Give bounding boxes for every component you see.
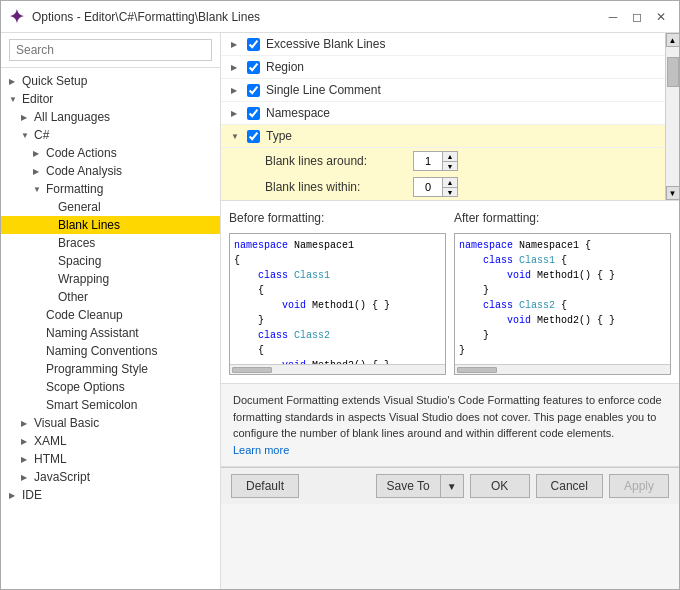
tree-item-naming-conventions[interactable]: Naming Conventions: [1, 342, 220, 360]
sub-option-label: Blank lines within:: [265, 180, 405, 194]
tree-label: C#: [34, 128, 49, 142]
spinner-within[interactable]: ▲ ▼: [413, 177, 458, 197]
before-pane-wrapper: Before formatting: namespace Namespace1 …: [229, 209, 446, 375]
code-line: {: [234, 253, 441, 268]
tree-item-blank-lines[interactable]: Blank Lines: [1, 216, 220, 234]
option-type: ▼ Type: [221, 125, 665, 148]
tree-label: IDE: [22, 488, 42, 502]
before-scrollbar-h[interactable]: [230, 364, 445, 374]
save-to-button[interactable]: Save To ▼: [376, 474, 464, 498]
code-line: }: [459, 343, 666, 358]
checkbox-excessive-blank-lines[interactable]: [247, 38, 260, 51]
scrollbar-thumb[interactable]: [232, 367, 272, 373]
tree-item-all-languages[interactable]: ▶ All Languages: [1, 108, 220, 126]
ok-button[interactable]: OK: [470, 474, 530, 498]
tree-arrow: ▶: [33, 167, 43, 176]
search-input[interactable]: [9, 39, 212, 61]
tree-label: General: [58, 200, 101, 214]
cancel-button[interactable]: Cancel: [536, 474, 603, 498]
spinner-up[interactable]: ▲: [443, 178, 457, 187]
apply-button[interactable]: Apply: [609, 474, 669, 498]
tree-item-csharp[interactable]: ▼ C#: [1, 126, 220, 144]
spinner-within-input[interactable]: [414, 178, 442, 196]
tree-item-smart-semicolon[interactable]: Smart Semicolon: [1, 396, 220, 414]
expand-arrow[interactable]: ▶: [231, 40, 241, 49]
tree-label: Code Actions: [46, 146, 117, 160]
tree-item-code-cleanup[interactable]: Code Cleanup: [1, 306, 220, 324]
expand-arrow[interactable]: ▼: [231, 132, 241, 141]
tree-item-wrapping[interactable]: Wrapping: [1, 270, 220, 288]
tree-item-xaml[interactable]: ▶ XAML: [1, 432, 220, 450]
tree-item-visual-basic[interactable]: ▶ Visual Basic: [1, 414, 220, 432]
tree-label: HTML: [34, 452, 67, 466]
default-button[interactable]: Default: [231, 474, 299, 498]
tree-item-html[interactable]: ▶ HTML: [1, 450, 220, 468]
description-text: Document Formatting extends Visual Studi…: [233, 394, 662, 439]
maximize-button[interactable]: ◻: [627, 7, 647, 27]
code-line: class Class1: [234, 268, 441, 283]
options-list: ▶ Excessive Blank Lines ▶ Region ▶: [221, 33, 665, 200]
scrollbar-thumb[interactable]: [457, 367, 497, 373]
save-to-label[interactable]: Save To: [377, 475, 441, 497]
spinner-up[interactable]: ▲: [443, 152, 457, 161]
vs-logo: ✦: [9, 6, 24, 28]
tree-item-braces[interactable]: Braces: [1, 234, 220, 252]
tree-item-javascript[interactable]: ▶ JavaScript: [1, 468, 220, 486]
option-label: Namespace: [266, 106, 330, 120]
spinner-around[interactable]: ▲ ▼: [413, 151, 458, 171]
tree-label: Naming Conventions: [46, 344, 157, 358]
tree-item-ide[interactable]: ▶ IDE: [1, 486, 220, 504]
after-scrollbar-h[interactable]: [455, 364, 670, 374]
tree-arrow: ▶: [9, 77, 19, 86]
expand-arrow[interactable]: ▶: [231, 63, 241, 72]
tree-label: Quick Setup: [22, 74, 87, 88]
spinner-around-input[interactable]: [414, 152, 442, 170]
code-line: }: [459, 328, 666, 343]
checkbox-region[interactable]: [247, 61, 260, 74]
learn-more-link[interactable]: Learn more: [233, 444, 289, 456]
tree-item-code-actions[interactable]: ▶ Code Actions: [1, 144, 220, 162]
checkbox-type[interactable]: [247, 130, 260, 143]
option-single-line-comment: ▶ Single Line Comment: [221, 79, 665, 102]
option-label: Single Line Comment: [266, 83, 381, 97]
before-formatting-label: Before formatting:: [229, 209, 446, 229]
tree-label: Wrapping: [58, 272, 109, 286]
tree-label: Code Analysis: [46, 164, 122, 178]
close-button[interactable]: ✕: [651, 7, 671, 27]
description-area: Document Formatting extends Visual Studi…: [221, 384, 679, 467]
tree-label: Blank Lines: [58, 218, 120, 232]
code-line: void Method2() { }: [459, 313, 666, 328]
save-to-arrow[interactable]: ▼: [441, 477, 463, 496]
tree-item-editor[interactable]: ▼ Editor: [1, 90, 220, 108]
tree-item-scope-options[interactable]: Scope Options: [1, 378, 220, 396]
expand-arrow[interactable]: ▶: [231, 109, 241, 118]
tree-label: JavaScript: [34, 470, 90, 484]
tree-label: All Languages: [34, 110, 110, 124]
tree-item-other[interactable]: Other: [1, 288, 220, 306]
options-scrollbar-v[interactable]: ▲ ▼: [665, 33, 679, 200]
expand-arrow[interactable]: ▶: [231, 86, 241, 95]
scroll-down-btn[interactable]: ▼: [666, 186, 680, 200]
title-bar-left: ✦ Options - Editor\C#\Formatting\Blank L…: [9, 6, 260, 28]
option-region: ▶ Region: [221, 56, 665, 79]
code-line: void Method1() { }: [234, 298, 441, 313]
scroll-up-btn[interactable]: ▲: [666, 33, 680, 47]
scroll-thumb[interactable]: [667, 57, 679, 87]
minimize-button[interactable]: ─: [603, 7, 623, 27]
spinner-down[interactable]: ▼: [443, 187, 457, 196]
checkbox-namespace[interactable]: [247, 107, 260, 120]
checkbox-single-line-comment[interactable]: [247, 84, 260, 97]
tree-label: Formatting: [46, 182, 103, 196]
tree-item-general[interactable]: General: [1, 198, 220, 216]
tree-item-formatting[interactable]: ▼ Formatting: [1, 180, 220, 198]
tree-item-programming-style[interactable]: Programming Style: [1, 360, 220, 378]
tree-label: Visual Basic: [34, 416, 99, 430]
tree-item-naming-assistant[interactable]: Naming Assistant: [1, 324, 220, 342]
tree-arrow: ▶: [21, 113, 31, 122]
tree-item-spacing[interactable]: Spacing: [1, 252, 220, 270]
spinner-down[interactable]: ▼: [443, 161, 457, 170]
tree-arrow: ▶: [9, 491, 19, 500]
tree-item-code-analysis[interactable]: ▶ Code Analysis: [1, 162, 220, 180]
tree-item-quick-setup[interactable]: ▶ Quick Setup: [1, 72, 220, 90]
code-line: {: [234, 343, 441, 358]
